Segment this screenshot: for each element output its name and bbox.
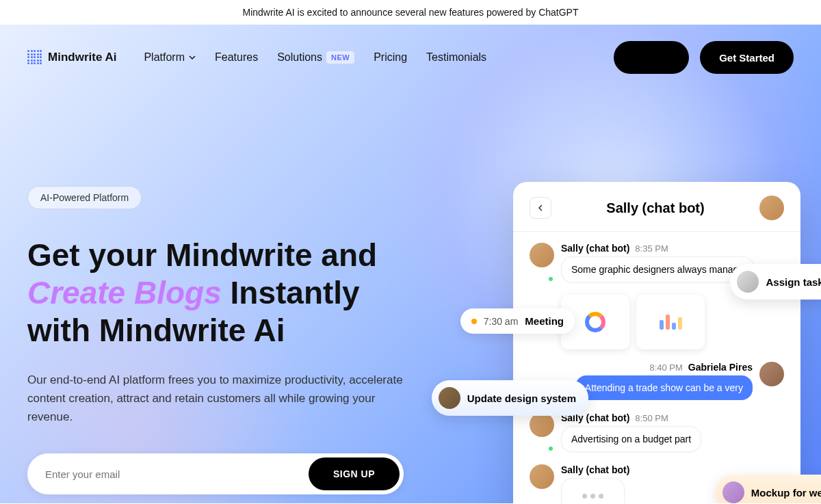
login-button[interactable] — [614, 41, 689, 74]
online-indicator-icon — [547, 445, 554, 452]
platform-pill: AI-Powered Platform — [27, 186, 142, 209]
announcement-text: Mindwrite AI is excited to announce seve… — [242, 7, 578, 18]
message-meta: Sally (chat bot) 8:35 PM — [561, 243, 784, 254]
hero-title: Get your Mindwrite and Create Blogs Inst… — [27, 237, 449, 350]
main-container: Mindwrite Ai Platform Features Solutions… — [0, 25, 821, 503]
hero-line3: with Mindwrite Ai — [27, 313, 285, 348]
message-time: 8:40 PM — [649, 362, 682, 373]
message-time: 8:35 PM — [635, 243, 668, 254]
navbar: Mindwrite Ai Platform Features Solutions… — [0, 25, 821, 90]
chip-label: Assign tasks — [766, 276, 821, 288]
online-indicator-icon — [547, 276, 554, 282]
chat-back-button[interactable] — [530, 197, 551, 219]
hero-line1: Get your Mindwrite and — [27, 237, 377, 273]
nav-features-label: Features — [215, 51, 258, 64]
chat-header-avatar — [759, 196, 784, 220]
nav-solutions-label: Solutions — [277, 51, 322, 64]
message-meta: Sally (chat bot) 8:50 PM — [561, 412, 784, 423]
nav-platform-label: Platform — [144, 51, 185, 64]
chat-message: Sally (chat bot) 8:50 PM Advertising on … — [530, 412, 784, 452]
chip-label: Update design system — [467, 393, 576, 404]
announcement-bar: Mindwrite AI is excited to announce seve… — [0, 0, 821, 25]
get-started-button[interactable]: Get Started — [700, 41, 794, 74]
logo[interactable]: Mindwrite Ai — [27, 50, 116, 65]
avatar — [737, 271, 759, 293]
chevron-down-icon — [189, 54, 196, 61]
message-content: Sally (chat bot) 8:50 PM Advertising on … — [561, 412, 784, 452]
chip-assign-tasks: Assign tasks — [730, 264, 821, 300]
hero-description: Our end-to-end AI platform frees you to … — [27, 371, 410, 427]
chip-mockup-web: Mockup for web — [716, 475, 821, 503]
status-dot-icon — [471, 319, 477, 324]
mini-card-bars — [636, 295, 705, 349]
new-badge: NEW — [326, 51, 354, 64]
nav-testimonials[interactable]: Testimonials — [426, 51, 486, 64]
nav-testimonials-label: Testimonials — [426, 51, 486, 64]
nav-actions: Get Started — [614, 41, 794, 74]
chip-label: Mockup for web — [751, 487, 821, 499]
bar-chart-icon — [660, 315, 682, 330]
message-bubble: Attending a trade show can be a very — [575, 375, 753, 400]
avatar — [530, 243, 554, 267]
typing-dots-icon — [571, 486, 614, 503]
avatar-wrap — [530, 243, 554, 282]
logo-text: Mindwrite Ai — [48, 51, 116, 64]
avatar — [530, 412, 554, 437]
chip-meeting: 7:30 am Meeting — [460, 308, 575, 334]
nav-platform[interactable]: Platform — [144, 51, 196, 64]
mini-cards-row — [561, 295, 784, 349]
message-time: 8:50 PM — [635, 413, 668, 423]
logo-icon — [27, 50, 42, 65]
nav-pricing-label: Pricing — [374, 51, 407, 64]
nav-solutions[interactable]: Solutions NEW — [277, 51, 354, 64]
signup-form: SIGN UP — [27, 453, 404, 494]
avatar-wrap — [530, 412, 554, 452]
avatar — [439, 387, 460, 409]
chip-update-design: Update design system — [432, 380, 588, 416]
meeting-label: Meeting — [525, 315, 564, 327]
hero-left: AI-Powered Platform Get your Mindwrite a… — [27, 131, 449, 494]
avatar-wrap — [530, 464, 554, 503]
message-bubble: Some graphic designers always manage — [561, 256, 754, 282]
avatar — [759, 362, 784, 386]
chat-title: Sally (chat bot) — [551, 200, 759, 216]
message-sender: Sally (chat bot) — [561, 243, 629, 254]
nav-features[interactable]: Features — [215, 51, 258, 64]
message-bubble: Advertising on a budget part — [561, 426, 701, 452]
avatar — [722, 481, 744, 503]
chevron-left-icon — [537, 204, 544, 211]
meeting-time: 7:30 am — [484, 316, 519, 327]
message-meta: Sally (chat bot) — [561, 464, 784, 475]
chat-mockup: Sally (chat bot) Sally (chat bot) 8:35 P… — [513, 182, 800, 503]
signup-button[interactable]: SIGN UP — [309, 457, 400, 490]
email-input[interactable] — [31, 459, 309, 490]
donut-chart-icon — [585, 312, 605, 332]
chat-header: Sally (chat bot) — [513, 196, 800, 232]
message-sender: Gabriela Pires — [688, 362, 753, 373]
hero-line2-suffix: Instantly — [231, 275, 360, 310]
nav-links: Platform Features Solutions NEW Pricing … — [144, 51, 486, 64]
hero-animated-text: Create Blogs — [27, 274, 222, 312]
message-meta: 8:40 PM Gabriela Pires — [530, 362, 753, 373]
avatar — [530, 464, 554, 489]
message-sender: Sally (chat bot) — [561, 464, 629, 475]
typing-indicator — [561, 478, 625, 503]
nav-pricing[interactable]: Pricing — [374, 51, 407, 64]
